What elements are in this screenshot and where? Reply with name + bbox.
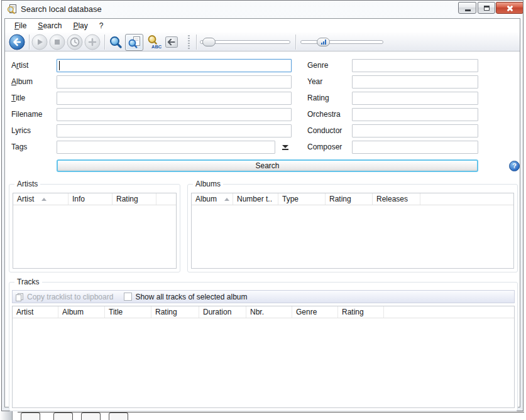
tracks-col-rating[interactable]: Rating xyxy=(151,306,199,318)
app-search-document-icon xyxy=(6,4,17,14)
year-label: Year xyxy=(307,77,322,86)
search-button[interactable]: Search xyxy=(57,159,478,172)
year-input[interactable] xyxy=(352,75,478,89)
tracks-col-artist[interactable]: Artist xyxy=(13,306,58,318)
toolbar-separator xyxy=(104,35,105,50)
clock-icon xyxy=(67,34,83,50)
form-row-genre: Genre xyxy=(5,59,520,72)
close-icon xyxy=(506,4,513,12)
tracks-table-header: Artist Album Title Rating Duration Nbr. … xyxy=(13,306,514,318)
toolbar-separator xyxy=(29,35,30,50)
albums-table-header: Album Number t.. Type Rating Releases xyxy=(192,193,513,205)
form-row-conductor: Conductor xyxy=(5,124,520,137)
albums-list-body[interactable] xyxy=(192,205,513,268)
position-slider-thumb[interactable] xyxy=(202,38,216,46)
show-all-tracks-checkbox[interactable] xyxy=(124,293,132,301)
artists-col-info[interactable]: Info xyxy=(68,193,112,205)
back-icon xyxy=(9,34,25,50)
composer-label: Composer xyxy=(307,143,342,151)
albums-panel: Albums Album Number t.. Type Rating Rele… xyxy=(187,184,518,272)
orchestra-label: Orchestra xyxy=(307,110,341,119)
menu-file[interactable]: File xyxy=(9,19,32,32)
rating-label: Rating xyxy=(307,94,329,102)
artists-col-artist[interactable]: Artist xyxy=(13,193,68,205)
conductor-label: Conductor xyxy=(307,126,342,135)
help-icon[interactable]: ? xyxy=(509,161,520,171)
history-button[interactable] xyxy=(67,34,83,50)
menu-play[interactable]: Play xyxy=(67,19,93,32)
sort-asc-icon xyxy=(41,198,47,201)
background-window-tab xyxy=(109,412,128,420)
tracks-col-nbr[interactable]: Nbr. xyxy=(246,306,292,318)
genre-label: Genre xyxy=(307,61,328,70)
artists-table: Artist Info Rating xyxy=(13,193,177,269)
app-window: Search local database File Search Play ? xyxy=(1,0,523,411)
toolbar-gripper[interactable] xyxy=(188,35,190,49)
albums-col-numbertracks[interactable]: Number t.. xyxy=(233,193,278,205)
copy-tracklist-button[interactable]: Copy tracklist to clipboard xyxy=(27,293,113,301)
play-button[interactable] xyxy=(31,34,48,50)
albums-panel-title: Albums xyxy=(193,180,223,188)
tracks-table: Artist Album Title Rating Duration Nbr. … xyxy=(12,306,515,408)
search-icon xyxy=(108,35,123,50)
exit-search-button[interactable] xyxy=(163,34,179,50)
search-local-database-button[interactable] xyxy=(125,34,143,51)
back-button[interactable] xyxy=(9,34,25,50)
menu-help[interactable]: ? xyxy=(94,19,109,32)
volume-slider[interactable] xyxy=(300,40,383,44)
tracks-col-title[interactable]: Title xyxy=(105,306,151,318)
artists-col-empty xyxy=(156,193,176,205)
plus-icon xyxy=(84,34,101,50)
artists-panel: Artists Artist Info Rating xyxy=(9,184,180,272)
stop-button[interactable] xyxy=(49,34,65,50)
titlebar: Search local database xyxy=(2,1,523,18)
artists-col-rating[interactable]: Rating xyxy=(112,193,156,205)
menu-search[interactable]: Search xyxy=(32,19,67,32)
form-row-composer: Composer xyxy=(5,141,520,154)
tracks-panel-title: Tracks xyxy=(14,277,42,286)
conductor-input[interactable] xyxy=(352,124,478,137)
rating-input[interactable] xyxy=(352,92,478,105)
tracks-panel: Tracks Copy tracklist to clipboard Show … xyxy=(9,282,518,411)
play-icon xyxy=(31,34,48,50)
tracks-col-empty xyxy=(384,306,514,318)
copy-icon xyxy=(15,293,24,301)
maximize-button[interactable] xyxy=(478,2,495,14)
stop-icon xyxy=(49,34,65,50)
menubar: File Search Play ? xyxy=(5,19,520,33)
volume-slider-thumb[interactable] xyxy=(317,38,330,46)
maximize-icon xyxy=(484,6,490,11)
orchestra-input[interactable] xyxy=(352,108,478,121)
artists-list-body[interactable] xyxy=(13,205,176,268)
artists-panel-title: Artists xyxy=(14,180,40,188)
minimize-button[interactable] xyxy=(458,2,476,14)
client-area: File Search Play ? xyxy=(4,18,520,407)
tracks-list-body[interactable] xyxy=(13,318,514,407)
tracks-col-album[interactable]: Album xyxy=(58,306,105,318)
albums-col-album[interactable]: Album xyxy=(192,193,233,205)
tracks-col-rating2[interactable]: Rating xyxy=(338,306,384,318)
background-window-tab xyxy=(21,412,40,420)
form-row-rating: Rating xyxy=(5,92,520,105)
add-button[interactable] xyxy=(84,34,101,50)
toolbar-separator xyxy=(295,35,296,50)
composer-input[interactable] xyxy=(352,141,478,154)
tracks-toolbar: Copy tracklist to clipboard Show all tra… xyxy=(12,290,515,303)
search-by-text-button[interactable]: ABC xyxy=(146,34,162,50)
artists-table-header: Artist Info Rating xyxy=(13,193,176,205)
search-abc-icon: ABC xyxy=(146,35,162,50)
volume-bars-icon xyxy=(317,40,329,45)
position-slider[interactable] xyxy=(200,40,290,44)
albums-col-rating[interactable]: Rating xyxy=(326,193,373,205)
show-all-tracks-label[interactable]: Show all tracks of selected album xyxy=(135,293,247,301)
genre-input[interactable] xyxy=(352,59,478,72)
search-button-toolbar[interactable] xyxy=(107,34,123,50)
background-window-tab xyxy=(81,412,101,420)
tracks-col-duration[interactable]: Duration xyxy=(199,306,246,318)
tracks-col-genre[interactable]: Genre xyxy=(292,306,338,318)
albums-col-type[interactable]: Type xyxy=(278,193,326,205)
exit-arrow-icon xyxy=(164,35,179,50)
albums-col-releases[interactable]: Releases xyxy=(373,193,420,205)
close-button[interactable] xyxy=(496,2,523,14)
svg-text:ABC: ABC xyxy=(151,44,162,50)
